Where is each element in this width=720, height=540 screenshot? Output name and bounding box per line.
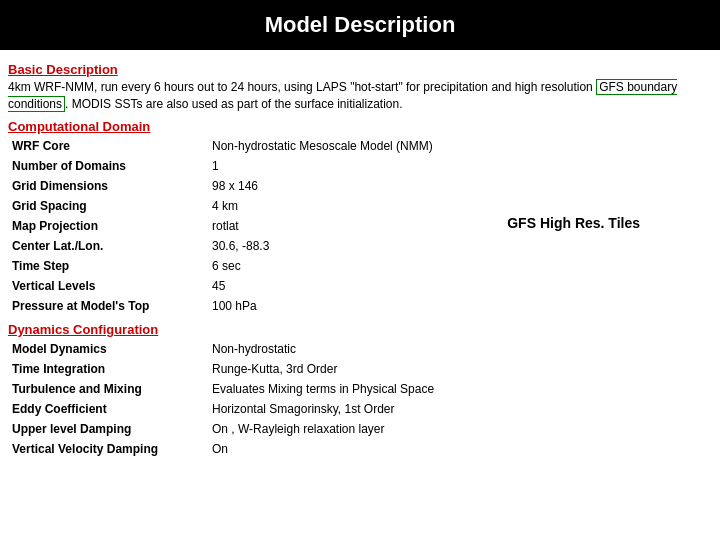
row-value: 4 km <box>208 196 712 216</box>
table-row: Grid Spacing 4 km <box>8 196 712 216</box>
row-label: Pressure at Model's Top <box>8 296 208 316</box>
row-value: Horizontal Smagorinsky, 1st Order <box>208 399 712 419</box>
basic-description-text: 4km WRF-NMM, run every 6 hours out to 24… <box>8 79 712 113</box>
row-label: Map Projection <box>8 216 208 236</box>
table-row: Model Dynamics Non-hydrostatic <box>8 339 712 359</box>
row-label: Number of Domains <box>8 156 208 176</box>
row-value: 6 sec <box>208 256 712 276</box>
page-title: Model Description <box>0 12 720 38</box>
row-label: Time Integration <box>8 359 208 379</box>
row-value: 30.6, -88.3 <box>208 236 712 256</box>
row-value: 1 <box>208 156 712 176</box>
basic-description-title: Basic Description <box>8 62 712 77</box>
dynamics-configuration-table: Model Dynamics Non-hydrostatic Time Inte… <box>8 339 712 459</box>
table-row: Vertical Levels 45 <box>8 276 712 296</box>
row-value: Runge-Kutta, 3rd Order <box>208 359 712 379</box>
row-label: Grid Spacing <box>8 196 208 216</box>
gfs-annotation: GFS High Res. Tiles <box>507 215 640 231</box>
table-row: Turbulence and Mixing Evaluates Mixing t… <box>8 379 712 399</box>
table-row: Center Lat./Lon. 30.6, -88.3 <box>8 236 712 256</box>
row-value: 98 x 146 <box>208 176 712 196</box>
row-value: On <box>208 439 712 459</box>
row-value: Non-hydrostatic <box>208 339 712 359</box>
table-row: Vertical Velocity Damping On <box>8 439 712 459</box>
table-row: Eddy Coefficient Horizontal Smagorinsky,… <box>8 399 712 419</box>
page-header: Model Description <box>0 0 720 50</box>
row-value: 45 <box>208 276 712 296</box>
row-label: Eddy Coefficient <box>8 399 208 419</box>
row-label: Upper level Damping <box>8 419 208 439</box>
table-row: Pressure at Model's Top 100 hPa <box>8 296 712 316</box>
row-value: Non-hydrostatic Mesoscale Model (NMM) <box>208 136 712 156</box>
row-label: Vertical Levels <box>8 276 208 296</box>
description-text-before: 4km WRF-NMM, run every 6 hours out to 24… <box>8 80 596 94</box>
row-value: 100 hPa <box>208 296 712 316</box>
row-value: Evaluates Mixing terms in Physical Space <box>208 379 712 399</box>
row-label: Grid Dimensions <box>8 176 208 196</box>
table-row: Number of Domains 1 <box>8 156 712 176</box>
row-label: WRF Core <box>8 136 208 156</box>
row-value: On , W-Rayleigh relaxation layer <box>208 419 712 439</box>
computational-domain-title: Computational Domain <box>8 119 712 134</box>
dynamics-configuration-title: Dynamics Configuration <box>8 322 712 337</box>
row-label: Vertical Velocity Damping <box>8 439 208 459</box>
table-row: Grid Dimensions 98 x 146 <box>8 176 712 196</box>
row-label: Center Lat./Lon. <box>8 236 208 256</box>
table-row: Upper level Damping On , W-Rayleigh rela… <box>8 419 712 439</box>
row-label: Time Step <box>8 256 208 276</box>
main-content: Basic Description 4km WRF-NMM, run every… <box>0 50 720 469</box>
row-label: Turbulence and Mixing <box>8 379 208 399</box>
description-text-after: . MODIS SSTs are also used as part of th… <box>65 97 403 111</box>
table-row: Time Step 6 sec <box>8 256 712 276</box>
table-row: WRF Core Non-hydrostatic Mesoscale Model… <box>8 136 712 156</box>
row-label: Model Dynamics <box>8 339 208 359</box>
table-row: Time Integration Runge-Kutta, 3rd Order <box>8 359 712 379</box>
